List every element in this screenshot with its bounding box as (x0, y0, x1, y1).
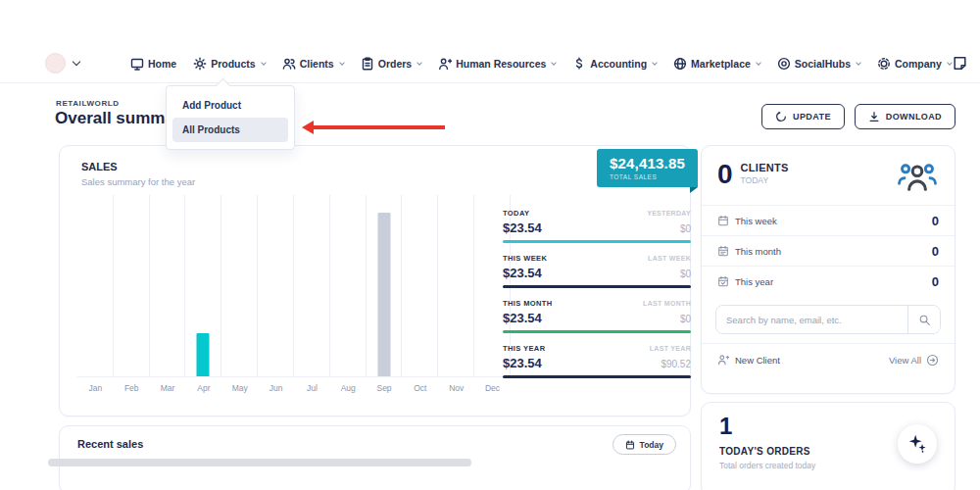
today-filter-button[interactable]: Today (612, 434, 676, 455)
sales-period-stats: TODAYYESTERDAY $23.54$0 THIS WEEKLAST WE… (503, 209, 691, 389)
x-axis-tick: May (221, 383, 258, 393)
clients-label: CLIENTS (741, 162, 789, 173)
calendar-check-icon (717, 275, 729, 287)
clients-row-this-week: This week 0 (702, 205, 955, 235)
top-navbar: Home Products Clients Orders Human Resou… (0, 44, 980, 83)
x-axis-tick: Nov (438, 383, 474, 393)
dropdown-item-add-product[interactable]: Add Product (172, 93, 288, 118)
nav-item-socialhubs[interactable]: SocialHubs (777, 57, 860, 71)
total-sales-amount: $24,413.85 (610, 155, 685, 172)
view-all-link[interactable]: View All (889, 354, 939, 367)
nav-item-home[interactable]: Home (130, 57, 176, 71)
clients-row-this-month: This month 0 (702, 235, 955, 266)
hub-icon (777, 57, 791, 71)
clients-month-value: 0 (932, 244, 939, 259)
recent-sales-card: Recent sales Today (59, 425, 691, 490)
chart-bar-apr (197, 333, 210, 376)
stat-this-month: THIS MONTHLAST MONTH $23.54$0 (503, 299, 691, 333)
chart-column-apr (185, 195, 221, 376)
clients-header: 0 CLIENTS TODAY (702, 146, 955, 205)
chart-column-jul (294, 195, 330, 376)
sales-card: SALES Sales summary for the year $24,413… (59, 145, 691, 416)
stat-underline (503, 240, 691, 243)
nav-item-accounting[interactable]: Accounting (572, 57, 657, 71)
arrow-circle-icon (926, 354, 939, 367)
nav-item-label: Products (211, 58, 256, 70)
recent-sales-title: Recent sales (77, 438, 143, 450)
chart-column-jun (258, 195, 294, 376)
client-search-input[interactable] (716, 306, 907, 333)
clients-footer: New Client View All (702, 343, 955, 375)
clients-row-this-year: This year 0 (702, 266, 955, 296)
x-axis-tick: Jul (294, 383, 330, 393)
notes-icon[interactable] (952, 55, 968, 72)
nav-item-label: Marketplace (691, 58, 751, 70)
chevron-down-icon (756, 60, 761, 66)
nav-item-products[interactable]: Products (193, 57, 266, 71)
nav-item-label: Orders (378, 58, 412, 70)
chevron-down-icon (339, 60, 345, 66)
clients-week-value: 0 (932, 214, 939, 228)
new-client-link[interactable]: New Client (717, 354, 780, 366)
refresh-icon (775, 111, 787, 122)
x-axis-tick: Apr (185, 383, 221, 393)
people-icon (282, 57, 296, 71)
chart-plot-area (77, 195, 511, 377)
orders-subtitle: Total orders created today (719, 461, 815, 470)
stat-this-week: THIS WEEKLAST WEEK $23.54$0 (503, 254, 691, 288)
horizontal-scrollbar[interactable] (48, 459, 471, 466)
nav-item-label: Human Resources (456, 58, 546, 70)
search-button[interactable] (907, 306, 940, 333)
person-plus-icon (438, 57, 452, 71)
x-axis-tick: Aug (330, 383, 367, 393)
brand-menu[interactable] (45, 53, 79, 74)
people-group-icon (896, 161, 939, 195)
update-button[interactable]: UPDATE (761, 104, 845, 129)
chevron-down-icon (652, 60, 658, 66)
stat-underline (503, 330, 691, 333)
total-sales-label: TOTAL SALES (610, 173, 685, 180)
company-gear-icon (877, 57, 891, 71)
monitor-icon (130, 57, 144, 71)
globe-icon (673, 57, 687, 71)
calendar-month-icon (717, 245, 729, 257)
download-button[interactable]: DOWNLOAD (855, 104, 956, 129)
nav-item-clients[interactable]: Clients (282, 57, 344, 71)
total-sales-badge: $24,413.85 TOTAL SALES (597, 149, 698, 187)
chart-column-jan (77, 195, 114, 376)
calendar-week-icon (717, 215, 729, 226)
stat-underline (503, 285, 691, 288)
chevron-down-icon (552, 60, 558, 66)
header-actions: UPDATE DOWNLOAD (761, 104, 956, 129)
nav-item-orders[interactable]: Orders (361, 57, 421, 71)
chart-bar-sep (377, 213, 390, 376)
stat-this-year: THIS YEARLAST YEAR $23.54$90.52 (503, 344, 691, 378)
sales-card-subtitle: Sales summary for the year (81, 176, 195, 187)
calendar-icon (625, 440, 635, 450)
dashboard-page: Home Products Clients Orders Human Resou… (0, 0, 980, 490)
chart-column-oct (402, 195, 438, 376)
nav-item-marketplace[interactable]: Marketplace (673, 57, 760, 71)
x-axis-tick: Feb (114, 383, 150, 393)
dropdown-item-all-products[interactable]: All Products (172, 118, 288, 142)
x-axis-tick: Oct (402, 383, 438, 393)
brand-logo (45, 53, 66, 74)
sales-card-title: SALES (81, 161, 118, 172)
chart-column-nov (438, 195, 474, 376)
ai-sparkle-button[interactable] (898, 424, 937, 464)
breadcrumb: RETAILWORLD (56, 99, 120, 108)
nav-item-human-resources[interactable]: Human Resources (438, 57, 556, 71)
download-icon (868, 111, 880, 122)
nav-item-label: Home (148, 58, 176, 70)
search-icon (918, 314, 931, 326)
nav-item-company[interactable]: Company (877, 57, 952, 71)
clipboard-icon (361, 57, 374, 71)
clients-count: 0 (717, 160, 733, 189)
clients-year-value: 0 (932, 274, 939, 289)
chart-column-aug (330, 195, 367, 376)
orders-title: TODAY'S ORDERS (719, 446, 810, 457)
gear-icon (193, 57, 207, 71)
chart-x-axis: JanFebMarAprMayJunJulAugSepOctNovDec (77, 383, 511, 393)
nav-item-label: Accounting (590, 58, 647, 70)
chart-column-sep (367, 195, 403, 376)
